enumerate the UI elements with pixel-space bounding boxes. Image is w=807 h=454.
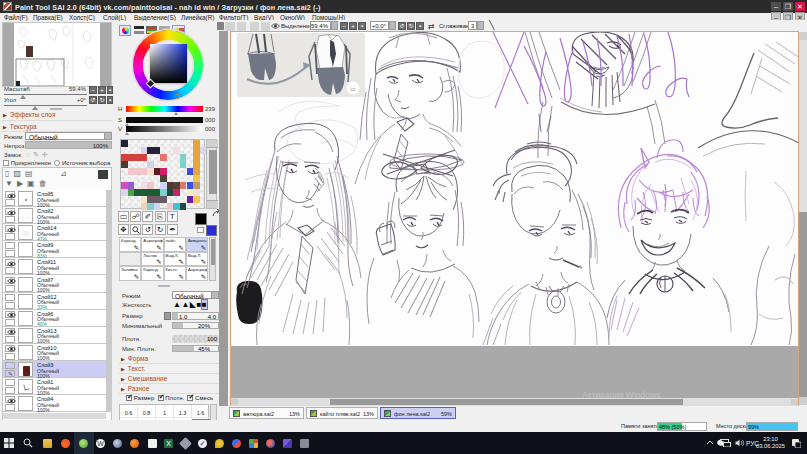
svg-text:cc: cc [351,86,357,92]
